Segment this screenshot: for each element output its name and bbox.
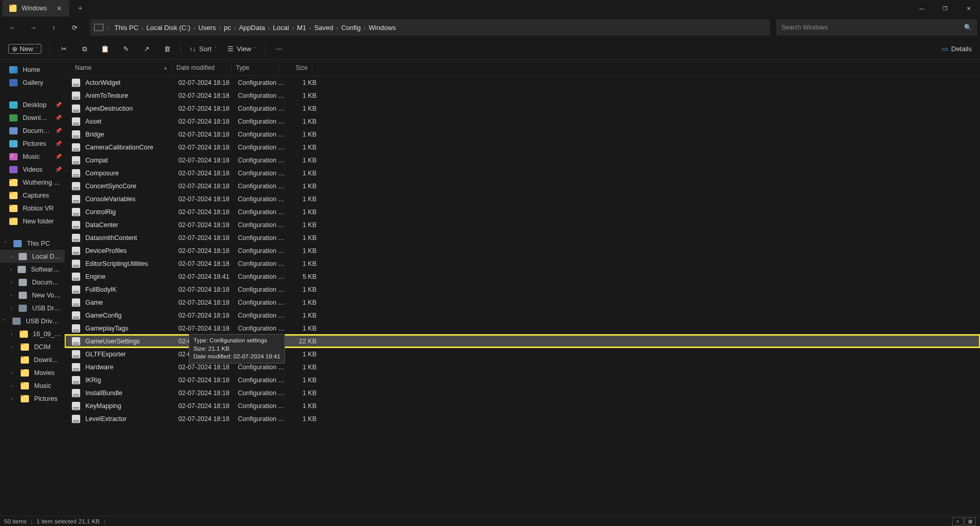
expand-icon[interactable]: ›	[9, 293, 13, 298]
sidebar-item[interactable]: ›16_09_2023	[0, 327, 65, 340]
expand-icon[interactable]: ˅	[2, 241, 8, 246]
sidebar-item[interactable]: ›New Volume (I:)	[0, 289, 65, 302]
rename-button[interactable]: ✎	[116, 41, 135, 57]
sidebar-item[interactable]: Videos📌	[0, 163, 65, 176]
expand-icon[interactable]: ›	[9, 383, 16, 388]
close-button[interactable]: ✕	[957, 0, 980, 17]
refresh-button[interactable]: ⟳	[65, 18, 84, 37]
expand-icon[interactable]: ›	[9, 332, 14, 337]
file-row[interactable]: CameraCalibrationCore02-07-2024 18:18Con…	[65, 141, 980, 154]
expand-icon[interactable]: ›	[9, 280, 13, 285]
sidebar-item[interactable]: ˅USB Drive (G:)	[0, 314, 65, 327]
file-row[interactable]: Compat02-07-2024 18:18Configuration sett…	[65, 154, 980, 167]
share-button[interactable]: ↗	[137, 41, 156, 57]
sidebar-item[interactable]: ›Software and Games	[0, 263, 65, 276]
breadcrumb-segment[interactable]: Config	[338, 23, 364, 33]
maximize-button[interactable]: ❐	[933, 0, 957, 17]
sidebar-item[interactable]: Downloads📌	[0, 111, 65, 124]
sidebar-item[interactable]: Home	[0, 63, 65, 76]
sidebar-item[interactable]: Documents📌	[0, 124, 65, 137]
file-row[interactable]: ConcertSyncCore02-07-2024 18:18Configura…	[65, 179, 980, 192]
expand-icon[interactable]: ˅	[2, 319, 7, 324]
sidebar-item[interactable]: ›Movies	[0, 366, 65, 379]
sidebar-item[interactable]: ›Local Disk (C:)	[0, 250, 65, 263]
sidebar-item[interactable]: ›Pictures	[0, 392, 65, 405]
file-row[interactable]: DataCenter02-07-2024 18:18Configuration …	[65, 218, 980, 231]
view-grid-button[interactable]: ▦	[964, 517, 976, 525]
breadcrumb-segment[interactable]: Saved	[311, 23, 337, 33]
file-row[interactable]: Game02-07-2024 18:18Configuration sett..…	[65, 296, 980, 309]
file-row[interactable]: KeyMapping02-07-2024 18:18Configuration …	[65, 399, 980, 412]
sidebar-item[interactable]: ›Music	[0, 379, 65, 392]
file-row[interactable]: ConsoleVariables02-07-2024 18:18Configur…	[65, 192, 980, 205]
col-size[interactable]: Size	[279, 62, 312, 73]
sort-button[interactable]: ↑↓Sort˅	[185, 41, 221, 57]
address-bar[interactable]: › This PC›Local Disk (C:)›Users›pc›AppDa…	[90, 19, 770, 36]
sidebar-item[interactable]: Roblox VR	[0, 202, 65, 215]
tab-close-button[interactable]: ✕	[56, 5, 62, 12]
sidebar-item[interactable]: Download	[0, 353, 65, 366]
sidebar-item[interactable]: Music📌	[0, 150, 65, 163]
file-row[interactable]: Engine02-07-2024 18:41Configuration sett…	[65, 270, 980, 283]
breadcrumb-segment[interactable]: pc	[221, 23, 234, 33]
paste-button[interactable]: 📋	[96, 41, 114, 57]
forward-button[interactable]: →	[24, 18, 42, 37]
file-row[interactable]: DatasmithContent02-07-2024 18:18Configur…	[65, 231, 980, 244]
col-type[interactable]: Type	[232, 62, 279, 73]
file-row[interactable]: LevelExtractor02-07-2024 18:18Configurat…	[65, 412, 980, 425]
breadcrumb-segment[interactable]: Local	[270, 23, 292, 33]
sidebar-item[interactable]: ›Documents (E:)	[0, 276, 65, 289]
details-button[interactable]: ▭Details	[938, 41, 976, 57]
more-button[interactable]: ⋯	[270, 41, 289, 57]
col-name[interactable]: Name▲	[65, 62, 172, 73]
view-button[interactable]: ☰View˅	[223, 41, 261, 57]
sidebar-item[interactable]: ›DCIM	[0, 340, 65, 353]
expand-icon[interactable]: ›	[9, 267, 12, 272]
expand-icon[interactable]: ›	[9, 254, 13, 259]
file-row[interactable]: ActorWidget02-07-2024 18:18Configuration…	[65, 76, 980, 89]
file-row[interactable]: InstallBundle02-07-2024 18:18Configurati…	[65, 386, 980, 399]
expand-icon[interactable]: ›	[9, 344, 16, 350]
view-details-button[interactable]: ≡	[952, 517, 963, 525]
sidebar-item[interactable]: Pictures📌	[0, 137, 65, 150]
file-row[interactable]: AnimToTexture02-07-2024 18:18Configurati…	[65, 89, 980, 102]
sidebar-item[interactable]: Desktop📌	[0, 98, 65, 111]
search-input[interactable]: Search Windows 🔍	[776, 19, 977, 36]
sidebar-item[interactable]: Captures	[0, 189, 65, 202]
delete-button[interactable]: 🗑	[158, 41, 176, 57]
file-row[interactable]: IKRig02-07-2024 18:18Configuration sett.…	[65, 373, 980, 386]
breadcrumb-segment[interactable]: AppData	[236, 23, 268, 33]
file-row[interactable]: Bridge02-07-2024 18:18Configuration sett…	[65, 128, 980, 141]
file-row[interactable]: GameConfig02-07-2024 18:18Configuration …	[65, 309, 980, 322]
file-row[interactable]: EditorScriptingUtilities02-07-2024 18:18…	[65, 257, 980, 270]
back-button[interactable]: ←	[3, 18, 22, 37]
file-row[interactable]: Composure02-07-2024 18:18Configuration s…	[65, 167, 980, 179]
file-row[interactable]: ControlRig02-07-2024 18:18Configuration …	[65, 205, 980, 218]
breadcrumb-segment[interactable]: This PC	[111, 23, 141, 33]
cut-button[interactable]: ✂	[54, 41, 73, 57]
sidebar-item[interactable]: New folder	[0, 215, 65, 228]
copy-button[interactable]: ⧉	[75, 41, 94, 57]
expand-icon[interactable]: ›	[9, 396, 16, 401]
minimize-button[interactable]: —	[910, 0, 933, 17]
tab-windows[interactable]: Windows ✕	[2, 0, 69, 17]
breadcrumb-segment[interactable]: Local Disk (C:)	[143, 23, 193, 33]
new-button[interactable]: ⊕New˅	[4, 41, 46, 57]
file-row[interactable]: DeviceProfiles02-07-2024 18:18Configurat…	[65, 244, 980, 257]
file-row[interactable]: Asset02-07-2024 18:18Configuration sett.…	[65, 115, 980, 128]
breadcrumb-segment[interactable]: M1	[294, 23, 309, 33]
sidebar-item[interactable]: Gallery	[0, 76, 65, 89]
col-date[interactable]: Date modified	[172, 62, 232, 73]
sidebar-item[interactable]: ˅This PC	[0, 237, 65, 250]
file-row[interactable]: ApexDestruction02-07-2024 18:18Configura…	[65, 102, 980, 115]
sidebar-item[interactable]: ›USB Drive (G:)	[0, 302, 65, 314]
up-button[interactable]: ↑	[44, 18, 63, 37]
file-row[interactable]: GameplayTags02-07-2024 18:18Configuratio…	[65, 322, 980, 335]
new-tab-button[interactable]: ＋	[69, 4, 91, 13]
expand-icon[interactable]: ›	[9, 370, 16, 375]
sidebar-item[interactable]: Wuthering Waves	[0, 176, 65, 189]
file-row[interactable]: FullBodyIK02-07-2024 18:18Configuration …	[65, 283, 980, 296]
expand-icon[interactable]: ›	[9, 306, 13, 311]
breadcrumb-segment[interactable]: Users	[195, 23, 219, 33]
breadcrumb-segment[interactable]: Windows	[366, 23, 399, 33]
